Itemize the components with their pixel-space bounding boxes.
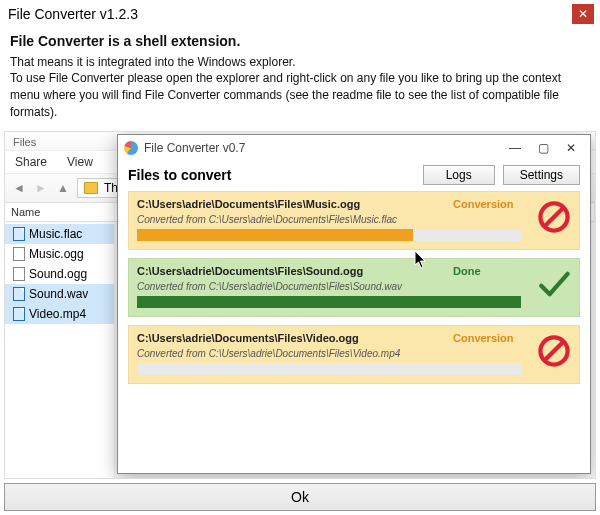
nav-up-icon[interactable]: ▲ [55, 180, 71, 196]
ok-button[interactable]: Ok [4, 483, 596, 511]
file-name: Sound.wav [29, 287, 88, 301]
nav-back-icon[interactable]: ◄ [11, 180, 27, 196]
logs-button[interactable]: Logs [423, 165, 495, 185]
file-row[interactable]: Music.ogg [5, 244, 114, 264]
converter-heading: Files to convert [128, 167, 231, 183]
converter-window: File Converter v0.7 — ▢ ✕ Files to conve… [117, 134, 591, 474]
window-maximize-button[interactable]: ▢ [530, 139, 556, 157]
close-icon: ✕ [578, 7, 588, 21]
job-row: C:\Users\adrie\Documents\Files\Sound.ogg… [128, 258, 580, 317]
converter-header: Files to convert Logs Settings [118, 161, 590, 191]
dialog-heading: File Converter is a shell extension. [10, 32, 590, 52]
file-row[interactable]: Video.mp4 [5, 304, 114, 324]
job-row: C:\Users\adrie\Documents\Files\Music.ogg… [128, 191, 580, 250]
ok-button-label: Ok [291, 489, 309, 505]
settings-button[interactable]: Settings [503, 165, 580, 185]
minimize-icon: — [509, 141, 521, 155]
file-name: Music.flac [29, 227, 82, 241]
explorer-window: Files Share View ◄ ► ▲ This PC › Documen… [4, 131, 596, 479]
file-icon [13, 267, 25, 281]
job-path: C:\Users\adrie\Documents\Files\Sound.ogg [137, 265, 445, 277]
job-status: Conversion [453, 198, 521, 210]
nav-fwd-icon[interactable]: ► [33, 180, 49, 196]
progress-bar [137, 296, 521, 308]
done-icon [537, 267, 571, 305]
file-icon [13, 247, 25, 261]
converter-logo-icon [124, 141, 138, 155]
job-subtext: Converted from C:\Users\adrie\Documents\… [137, 348, 445, 359]
file-icon [13, 287, 25, 301]
jobs-list: C:\Users\adrie\Documents\Files\Music.ogg… [118, 191, 590, 392]
job-subtext: Converted from C:\Users\adrie\Documents\… [137, 214, 445, 225]
progress-fill [137, 296, 521, 308]
converter-titlebar: File Converter v0.7 — ▢ ✕ [118, 135, 590, 161]
cancel-icon[interactable] [537, 334, 571, 372]
file-name: Video.mp4 [29, 307, 86, 321]
progress-bar [137, 229, 521, 241]
window-minimize-button[interactable]: — [502, 139, 528, 157]
file-row[interactable]: Music.flac [5, 224, 114, 244]
window-close-button[interactable]: ✕ [558, 139, 584, 157]
close-icon: ✕ [566, 141, 576, 155]
svg-line-1 [545, 208, 564, 227]
svg-line-3 [545, 342, 564, 361]
file-name: Sound.ogg [29, 267, 87, 281]
file-icon [13, 227, 25, 241]
col-name[interactable]: Name [5, 203, 115, 221]
file-row[interactable]: Sound.ogg [5, 264, 114, 284]
dialog-titlebar: File Converter v1.2.3 ✕ [0, 0, 600, 28]
dialog-close-button[interactable]: ✕ [572, 4, 594, 24]
job-subtext: Converted from C:\Users\adrie\Documents\… [137, 281, 445, 292]
progress-bar [137, 363, 521, 375]
converter-title: File Converter v0.7 [144, 141, 502, 155]
job-row: C:\Users\adrie\Documents\Files\Video.ogg… [128, 325, 580, 384]
explorer-file-list: Music.flacMusic.oggSound.oggSound.wavVid… [5, 224, 115, 478]
file-icon [13, 307, 25, 321]
dialog-body: File Converter is a shell extension. Tha… [0, 28, 600, 127]
job-path: C:\Users\adrie\Documents\Files\Music.ogg [137, 198, 445, 210]
menu-share[interactable]: Share [15, 155, 47, 169]
folder-icon [84, 182, 98, 194]
file-row[interactable]: Sound.wav [5, 284, 114, 304]
menu-view[interactable]: View [67, 155, 93, 169]
maximize-icon: ▢ [538, 141, 549, 155]
dialog-description: That means it is integrated into the Win… [10, 54, 590, 121]
job-status: Done [453, 265, 521, 277]
file-name: Music.ogg [29, 247, 84, 261]
job-status: Conversion [453, 332, 521, 344]
cancel-icon[interactable] [537, 200, 571, 238]
job-path: C:\Users\adrie\Documents\Files\Video.ogg [137, 332, 445, 344]
dialog-title: File Converter v1.2.3 [4, 4, 142, 24]
progress-fill [137, 229, 413, 241]
